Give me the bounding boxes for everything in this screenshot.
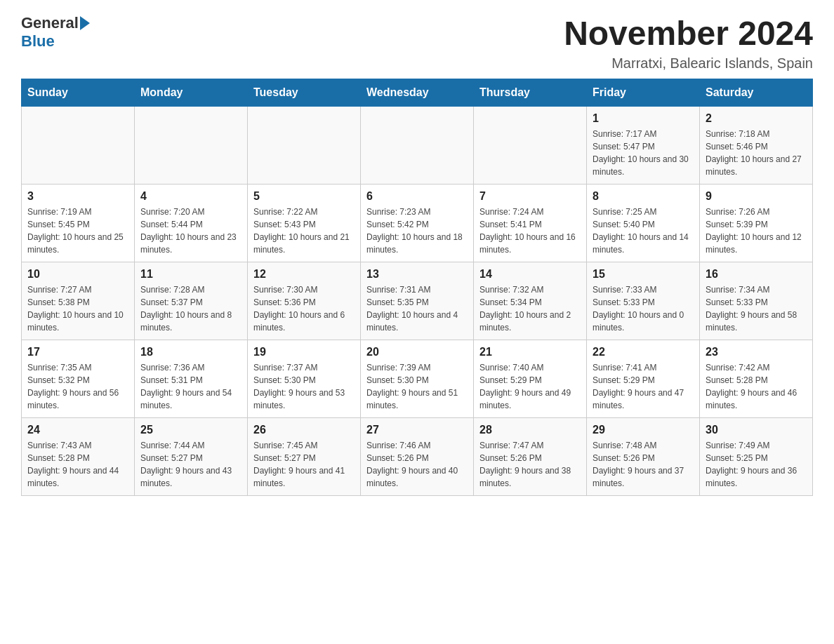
calendar-subtitle: Marratxi, Balearic Islands, Spain: [564, 55, 813, 72]
page-header: General Blue November 2024 Marratxi, Bal…: [21, 14, 813, 72]
calendar-week-row: 24Sunrise: 7:43 AM Sunset: 5:28 PM Dayli…: [22, 418, 813, 496]
title-section: November 2024 Marratxi, Balearic Islands…: [564, 14, 813, 72]
day-info: Sunrise: 7:32 AM Sunset: 5:34 PM Dayligh…: [479, 283, 581, 334]
day-info: Sunrise: 7:28 AM Sunset: 5:37 PM Dayligh…: [140, 283, 241, 334]
weekday-header-saturday: Saturday: [700, 79, 813, 107]
calendar-cell: 19Sunrise: 7:37 AM Sunset: 5:30 PM Dayli…: [248, 340, 361, 418]
day-number: 11: [140, 268, 241, 281]
day-info: Sunrise: 7:39 AM Sunset: 5:30 PM Dayligh…: [366, 361, 468, 412]
day-number: 7: [479, 190, 581, 203]
day-number: 27: [366, 424, 468, 436]
day-info: Sunrise: 7:40 AM Sunset: 5:29 PM Dayligh…: [479, 361, 581, 412]
calendar-cell: 15Sunrise: 7:33 AM Sunset: 5:33 PM Dayli…: [587, 262, 700, 340]
calendar-cell: 3Sunrise: 7:19 AM Sunset: 5:45 PM Daylig…: [22, 185, 135, 262]
calendar-cell: [474, 107, 587, 185]
day-number: 29: [593, 424, 694, 436]
calendar-cell: 27Sunrise: 7:46 AM Sunset: 5:26 PM Dayli…: [361, 418, 474, 496]
day-info: Sunrise: 7:19 AM Sunset: 5:45 PM Dayligh…: [27, 206, 128, 256]
calendar-cell: 5Sunrise: 7:22 AM Sunset: 5:43 PM Daylig…: [248, 185, 361, 262]
weekday-header-sunday: Sunday: [22, 79, 135, 107]
day-number: 4: [140, 190, 241, 203]
day-number: 18: [140, 346, 241, 358]
day-number: 3: [27, 190, 128, 203]
day-info: Sunrise: 7:45 AM Sunset: 5:27 PM Dayligh…: [253, 439, 355, 490]
day-number: 13: [366, 268, 468, 281]
day-info: Sunrise: 7:18 AM Sunset: 5:46 PM Dayligh…: [706, 128, 807, 178]
day-number: 19: [253, 346, 355, 358]
day-number: 2: [706, 112, 807, 125]
day-info: Sunrise: 7:37 AM Sunset: 5:30 PM Dayligh…: [253, 361, 355, 412]
day-number: 1: [593, 112, 694, 125]
day-number: 23: [706, 346, 807, 358]
day-number: 28: [479, 424, 581, 436]
calendar-cell: 14Sunrise: 7:32 AM Sunset: 5:34 PM Dayli…: [474, 262, 587, 340]
logo-blue-part: [79, 16, 91, 30]
calendar-cell: 18Sunrise: 7:36 AM Sunset: 5:31 PM Dayli…: [135, 340, 248, 418]
calendar-cell: 12Sunrise: 7:30 AM Sunset: 5:36 PM Dayli…: [248, 262, 361, 340]
calendar-cell: 11Sunrise: 7:28 AM Sunset: 5:37 PM Dayli…: [135, 262, 248, 340]
calendar-cell: 21Sunrise: 7:40 AM Sunset: 5:29 PM Dayli…: [474, 340, 587, 418]
weekday-header-monday: Monday: [135, 79, 248, 107]
day-number: 24: [27, 424, 128, 436]
day-number: 9: [706, 190, 807, 203]
calendar-cell: 6Sunrise: 7:23 AM Sunset: 5:42 PM Daylig…: [361, 185, 474, 262]
day-number: 8: [593, 190, 694, 203]
calendar-cell: 13Sunrise: 7:31 AM Sunset: 5:35 PM Dayli…: [361, 262, 474, 340]
calendar-cell: [248, 107, 361, 185]
calendar-cell: 1Sunrise: 7:17 AM Sunset: 5:47 PM Daylig…: [587, 107, 700, 185]
calendar-cell: [135, 107, 248, 185]
calendar-cell: 28Sunrise: 7:47 AM Sunset: 5:26 PM Dayli…: [474, 418, 587, 496]
weekday-header-wednesday: Wednesday: [361, 79, 474, 107]
day-number: 12: [253, 268, 355, 281]
day-info: Sunrise: 7:42 AM Sunset: 5:28 PM Dayligh…: [706, 361, 807, 412]
day-info: Sunrise: 7:33 AM Sunset: 5:33 PM Dayligh…: [593, 283, 694, 334]
day-info: Sunrise: 7:24 AM Sunset: 5:41 PM Dayligh…: [479, 206, 581, 256]
day-info: Sunrise: 7:20 AM Sunset: 5:44 PM Dayligh…: [140, 206, 241, 256]
day-number: 10: [27, 268, 128, 281]
day-info: Sunrise: 7:41 AM Sunset: 5:29 PM Dayligh…: [593, 361, 694, 412]
day-number: 16: [706, 268, 807, 281]
day-info: Sunrise: 7:31 AM Sunset: 5:35 PM Dayligh…: [366, 283, 468, 334]
day-number: 30: [706, 424, 807, 436]
logo: General Blue: [21, 14, 91, 51]
day-info: Sunrise: 7:49 AM Sunset: 5:25 PM Dayligh…: [706, 439, 807, 490]
day-number: 17: [27, 346, 128, 358]
day-number: 22: [593, 346, 694, 358]
calendar-cell: 4Sunrise: 7:20 AM Sunset: 5:44 PM Daylig…: [135, 185, 248, 262]
calendar-cell: 2Sunrise: 7:18 AM Sunset: 5:46 PM Daylig…: [700, 107, 813, 185]
day-info: Sunrise: 7:47 AM Sunset: 5:26 PM Dayligh…: [479, 439, 581, 490]
day-info: Sunrise: 7:17 AM Sunset: 5:47 PM Dayligh…: [593, 128, 694, 178]
calendar-cell: 24Sunrise: 7:43 AM Sunset: 5:28 PM Dayli…: [22, 418, 135, 496]
calendar-week-row: 17Sunrise: 7:35 AM Sunset: 5:32 PM Dayli…: [22, 340, 813, 418]
day-number: 6: [366, 190, 468, 203]
calendar-cell: [361, 107, 474, 185]
calendar-cell: 17Sunrise: 7:35 AM Sunset: 5:32 PM Dayli…: [22, 340, 135, 418]
logo-general-text: General: [21, 14, 79, 32]
day-info: Sunrise: 7:22 AM Sunset: 5:43 PM Dayligh…: [253, 206, 355, 256]
logo-blue-text: Blue: [21, 32, 55, 51]
day-info: Sunrise: 7:26 AM Sunset: 5:39 PM Dayligh…: [706, 206, 807, 256]
calendar-cell: 8Sunrise: 7:25 AM Sunset: 5:40 PM Daylig…: [587, 185, 700, 262]
calendar-week-row: 3Sunrise: 7:19 AM Sunset: 5:45 PM Daylig…: [22, 185, 813, 262]
day-number: 14: [479, 268, 581, 281]
calendar-cell: 7Sunrise: 7:24 AM Sunset: 5:41 PM Daylig…: [474, 185, 587, 262]
calendar-cell: 10Sunrise: 7:27 AM Sunset: 5:38 PM Dayli…: [22, 262, 135, 340]
day-info: Sunrise: 7:44 AM Sunset: 5:27 PM Dayligh…: [140, 439, 241, 490]
calendar-cell: 23Sunrise: 7:42 AM Sunset: 5:28 PM Dayli…: [700, 340, 813, 418]
day-number: 21: [479, 346, 581, 358]
calendar-cell: 9Sunrise: 7:26 AM Sunset: 5:39 PM Daylig…: [700, 185, 813, 262]
day-info: Sunrise: 7:46 AM Sunset: 5:26 PM Dayligh…: [366, 439, 468, 490]
day-info: Sunrise: 7:36 AM Sunset: 5:31 PM Dayligh…: [140, 361, 241, 412]
day-info: Sunrise: 7:48 AM Sunset: 5:26 PM Dayligh…: [593, 439, 694, 490]
day-info: Sunrise: 7:30 AM Sunset: 5:36 PM Dayligh…: [253, 283, 355, 334]
weekday-header-row: SundayMondayTuesdayWednesdayThursdayFrid…: [22, 79, 813, 107]
day-info: Sunrise: 7:43 AM Sunset: 5:28 PM Dayligh…: [27, 439, 128, 490]
weekday-header-tuesday: Tuesday: [248, 79, 361, 107]
day-number: 25: [140, 424, 241, 436]
calendar-cell: 22Sunrise: 7:41 AM Sunset: 5:29 PM Dayli…: [587, 340, 700, 418]
day-number: 15: [593, 268, 694, 281]
calendar-cell: 29Sunrise: 7:48 AM Sunset: 5:26 PM Dayli…: [587, 418, 700, 496]
day-info: Sunrise: 7:34 AM Sunset: 5:33 PM Dayligh…: [706, 283, 807, 334]
day-number: 20: [366, 346, 468, 358]
day-number: 5: [253, 190, 355, 203]
